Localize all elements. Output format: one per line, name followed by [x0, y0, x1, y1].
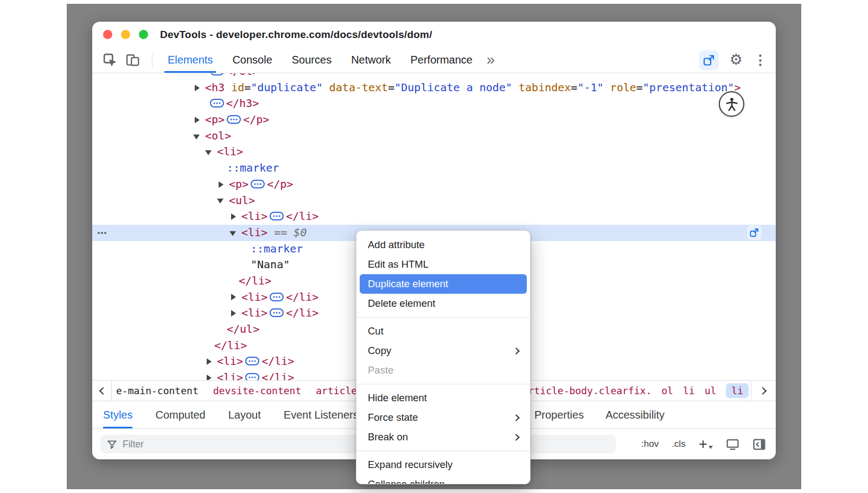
collapse-arrow-icon[interactable]: [192, 128, 205, 144]
breadcrumbs-right: rticle-body.clearfix.olliulli: [528, 383, 749, 398]
dom-tree-row[interactable]: <li>: [92, 144, 776, 160]
dom-tree-row[interactable]: <li></li>: [92, 208, 776, 225]
breadcrumb-item[interactable]: li: [683, 385, 695, 396]
expand-arrow-icon[interactable]: [192, 80, 205, 96]
tab-console[interactable]: Console: [229, 47, 275, 73]
menu-item-delete-element[interactable]: Delete element: [356, 294, 530, 313]
menu-item-force-state[interactable]: Force state: [356, 408, 530, 427]
menu-item-label: Delete element: [368, 298, 435, 309]
zoom-button[interactable]: [139, 30, 148, 39]
menu-item-break-on[interactable]: Break on: [356, 427, 530, 447]
accessibility-person-icon[interactable]: [719, 91, 744, 117]
toggle-sidebar-icon[interactable]: [752, 438, 766, 451]
menu-item-label: Add attribute: [368, 239, 425, 251]
dom-tree-row[interactable]: <h3 id="duplicate" data-text="Duplicate …: [92, 80, 776, 96]
expand-ellipsis-icon[interactable]: [210, 73, 224, 75]
tab-styles[interactable]: Styles: [103, 401, 132, 428]
expand-ellipsis-icon[interactable]: [270, 212, 284, 220]
device-toolbar-icon[interactable]: [124, 51, 142, 69]
expand-ellipsis-icon[interactable]: [251, 180, 265, 188]
menu-divider: [357, 451, 529, 451]
code-token: </li>: [286, 306, 318, 319]
tab-accessibility[interactable]: Accessibility: [605, 401, 665, 428]
dom-tree-row[interactable]: <p></p>: [92, 176, 776, 193]
menu-item-hide-element[interactable]: Hide element: [356, 388, 530, 408]
tab-elements[interactable]: Elements: [164, 47, 216, 73]
code-token: </h3>: [226, 97, 259, 110]
square-arrow-icon[interactable]: [747, 225, 762, 240]
toggle-class-button[interactable]: .cls: [672, 439, 686, 450]
expand-ellipsis-icon[interactable]: [245, 373, 259, 380]
kebab-menu-icon[interactable]: ⋮: [754, 53, 767, 67]
code-token: </li>: [239, 274, 271, 287]
breadcrumb-scroll-right-button[interactable]: [751, 381, 776, 401]
breadcrumb-item[interactable]: e-main-content: [116, 385, 199, 396]
dom-tree-row[interactable]: </ol>: [92, 73, 776, 80]
dom-tree-row[interactable]: <ol>: [92, 128, 776, 144]
expand-ellipsis-icon[interactable]: [270, 308, 284, 317]
expand-ellipsis-icon[interactable]: [210, 99, 224, 108]
more-actions-icon[interactable]: [101, 232, 103, 234]
expand-ellipsis-icon[interactable]: [227, 115, 241, 124]
code-token: ::marker: [251, 242, 303, 255]
breadcrumb-item-selected[interactable]: li: [726, 383, 749, 398]
breadcrumb-item[interactable]: rticle-body.clearfix.: [528, 385, 652, 396]
menu-item-paste: Paste: [356, 361, 530, 380]
expand-ellipsis-icon[interactable]: [270, 293, 284, 301]
menu-item-expand-recursively[interactable]: Expand recursively: [356, 455, 530, 475]
dom-tree-row[interactable]: <p></p>: [92, 112, 776, 128]
expand-arrow-icon[interactable]: [192, 112, 205, 128]
dom-tree-row[interactable]: ::marker: [92, 160, 776, 176]
collapse-arrow-icon[interactable]: [216, 193, 229, 209]
code-token: "Nana": [251, 258, 290, 271]
more-tabs-icon[interactable]: »: [487, 53, 495, 67]
square-arrow-icon[interactable]: [699, 50, 719, 70]
submenu-arrow-icon: [513, 347, 520, 355]
expand-arrow-icon[interactable]: [228, 305, 241, 321]
collapse-arrow-icon[interactable]: [204, 144, 217, 160]
display-icon[interactable]: [726, 438, 739, 451]
menu-item-cut[interactable]: Cut: [356, 321, 530, 341]
breadcrumb-item[interactable]: ol: [661, 385, 673, 396]
collapse-arrow-icon[interactable]: [228, 225, 241, 241]
menu-item-label: Cut: [368, 325, 384, 337]
code-token: "Duplicate a node": [394, 81, 512, 94]
expand-arrow-icon[interactable]: [216, 176, 229, 193]
minimize-button[interactable]: [121, 30, 130, 39]
dom-tree-row[interactable]: </h3>: [92, 96, 776, 112]
expand-arrow-icon[interactable]: [228, 208, 241, 225]
expand-ellipsis-icon[interactable]: [245, 357, 259, 365]
context-menu: Add attributeEdit as HTMLDuplicate eleme…: [356, 230, 531, 484]
menu-item-copy[interactable]: Copy: [356, 341, 530, 361]
tab-event-listeners[interactable]: Event Listeners: [284, 401, 359, 428]
code-token: <ol>: [205, 129, 231, 142]
tab-network[interactable]: Network: [348, 47, 394, 73]
menu-item-add-attribute[interactable]: Add attribute: [356, 235, 530, 255]
toolbar-divider: [152, 53, 152, 67]
dom-tree-row[interactable]: <ul>: [92, 193, 776, 209]
menu-item-edit-as-html[interactable]: Edit as HTML: [356, 255, 530, 274]
tab-sources[interactable]: Sources: [289, 47, 335, 73]
breadcrumb-item[interactable]: ul: [705, 385, 717, 396]
close-button[interactable]: [103, 30, 112, 39]
tab-computed[interactable]: Computed: [155, 401, 205, 428]
menu-item-collapse-children[interactable]: Collapse children: [356, 475, 530, 484]
menu-item-duplicate-element[interactable]: Duplicate element: [360, 274, 527, 294]
tab-layout[interactable]: Layout: [228, 401, 261, 428]
code-token: <p>: [229, 178, 248, 191]
settings-gear-icon[interactable]: ⚙: [730, 53, 743, 67]
tab-properties[interactable]: Properties: [534, 401, 584, 428]
new-style-rule-button[interactable]: +: [699, 438, 713, 450]
expand-arrow-icon[interactable]: [204, 353, 217, 370]
code-token: =: [636, 81, 643, 94]
expand-arrow-icon[interactable]: [228, 289, 241, 306]
code-token: </li>: [214, 339, 247, 352]
toggle-hover-state-button[interactable]: :hov: [641, 439, 659, 450]
breadcrumb-scroll-left-button[interactable]: [92, 381, 112, 401]
expand-arrow-icon[interactable]: [204, 370, 217, 380]
tab-performance[interactable]: Performance: [407, 47, 476, 73]
breadcrumb-item[interactable]: article: [316, 385, 357, 396]
inspect-icon[interactable]: [101, 51, 119, 69]
code-token: </p>: [267, 178, 293, 191]
breadcrumb-item[interactable]: devsite-content: [213, 385, 302, 396]
